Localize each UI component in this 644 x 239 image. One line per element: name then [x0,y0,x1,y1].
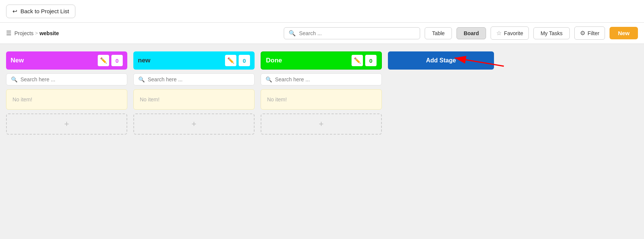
column-search-input-new-magenta[interactable] [20,76,122,82]
no-item-text-new-magenta: No item! [13,96,32,102]
plus-icon-col1: + [64,119,69,129]
column-search-input-done[interactable] [275,76,377,82]
board-area: New ✏️ 0 🔍 No item! + new ✏️ [0,44,644,239]
kanban-column-new-magenta: New ✏️ 0 🔍 No item! + [6,51,127,135]
search-icon: 🔍 [289,30,296,37]
kanban-column-done: Done ✏️ 0 🔍 No item! + [261,51,382,135]
back-button-label: Back to Project List [20,8,69,14]
column-search-new-magenta: 🔍 [6,73,127,85]
column-edit-button-new-magenta[interactable]: ✏️ [98,55,109,66]
filter-button[interactable]: ⚙ Filter [574,26,605,40]
column-title-new-cyan: new [138,57,150,64]
column-edit-button-done[interactable]: ✏️ [352,55,363,66]
no-item-text-new-cyan: No item! [140,96,159,102]
column-header-new-magenta: New ✏️ 0 [6,51,127,70]
pencil-icon-col3: ✏️ [354,57,361,64]
column-count-done: 0 [365,55,377,66]
favorite-label: Favorite [504,30,523,36]
no-item-card-done: No item! [261,89,382,110]
breadcrumb-separator: > [35,30,38,36]
column-count-new-magenta: 0 [111,55,123,66]
breadcrumb-website: website [39,30,59,36]
filter-icon: ⚙ [580,29,585,37]
column-header-done: Done ✏️ 0 [261,51,382,70]
column-count-new-cyan: 0 [239,55,250,66]
no-item-card-new-magenta: No item! [6,89,127,110]
back-arrow-icon: ↩ [13,8,17,15]
table-view-button[interactable]: Table [425,27,452,39]
no-item-card-new-cyan: No item! [133,89,255,110]
column-actions-new-magenta: ✏️ 0 [98,55,123,66]
global-search-input[interactable] [299,30,415,36]
pencil-icon-col2: ✏️ [227,57,234,64]
search-icon-col2: 🔍 [138,76,145,82]
add-stage-column: Add Stage [388,51,494,70]
column-search-input-new-cyan[interactable] [148,76,250,82]
column-search-done: 🔍 [261,73,382,85]
global-search-box: 🔍 [284,27,420,39]
column-header-new-cyan: new ✏️ 0 [133,51,255,70]
my-tasks-button[interactable]: My Tasks [533,27,570,39]
breadcrumb: ☰ Projects > website [6,29,67,37]
favorite-button[interactable]: ☆ Favorite [491,26,529,40]
pencil-icon: ✏️ [100,57,107,64]
breadcrumb-projects[interactable]: Projects [14,30,34,36]
column-title-new-magenta: New [11,57,24,64]
back-to-project-list-button[interactable]: ↩ Back to Project List [6,5,75,18]
add-item-button-done[interactable]: + [261,113,382,135]
add-stage-button[interactable]: Add Stage [388,51,494,70]
search-icon-col3: 🔍 [266,76,272,82]
board-view-button[interactable]: Board [456,27,486,39]
column-actions-new-cyan: ✏️ 0 [225,55,250,66]
plus-icon-col3: + [319,119,324,129]
column-edit-button-new-cyan[interactable]: ✏️ [225,55,236,66]
filter-label: Filter [588,30,599,36]
star-icon: ☆ [496,29,502,37]
plus-icon-col2: + [192,119,197,129]
kanban-column-new-cyan: new ✏️ 0 🔍 No item! + [133,51,255,135]
column-search-new-cyan: 🔍 [133,73,255,85]
add-item-button-new-magenta[interactable]: + [6,113,127,135]
column-title-done: Done [266,57,282,64]
list-icon: ☰ [6,29,11,37]
nav-bar: ☰ Projects > website 🔍 Table Board ☆ Fav… [0,23,644,44]
no-item-text-done: No item! [267,96,287,102]
add-item-button-new-cyan[interactable]: + [133,113,255,135]
search-icon-col1: 🔍 [11,76,17,82]
top-bar: ↩ Back to Project List [0,0,644,23]
new-button[interactable]: New [610,27,638,39]
column-actions-done: ✏️ 0 [352,55,377,66]
